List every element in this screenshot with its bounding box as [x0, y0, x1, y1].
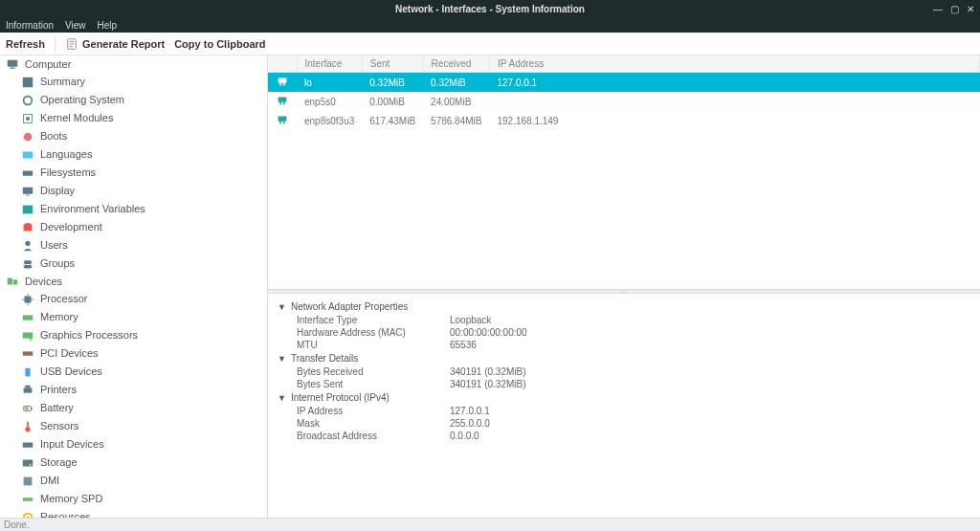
sidebar-item-languages[interactable]: Languages [0, 145, 267, 164]
table-row[interactable]: lo 0.32MiB 0.32MiB 127.0.0.1 [268, 73, 980, 93]
sidebar-item-operating-system[interactable]: Operating System [0, 91, 267, 109]
svg-rect-63 [279, 102, 281, 105]
os-icon [21, 94, 34, 107]
svg-rect-59 [278, 78, 287, 83]
sidebar[interactable]: ComputerSummaryOperating SystemKernel Mo… [0, 55, 268, 518]
sidebar-item-battery[interactable]: Battery [0, 399, 267, 417]
interface-table[interactable]: InterfaceSentReceivedIP Address lo 0.32M… [268, 55, 980, 130]
sidebar-item-development[interactable]: Development [0, 218, 267, 236]
cell-sent: 0.32MiB [362, 73, 423, 93]
sidebar-item-environment-variables[interactable]: Environment Variables [0, 200, 267, 218]
svg-rect-12 [23, 170, 33, 175]
detail-value: 0.0.0.0 [450, 431, 479, 441]
svg-rect-9 [26, 117, 30, 121]
sidebar-item-pci-devices[interactable]: PCI Devices [0, 344, 267, 363]
detail-group-header[interactable]: ▼Network Adapter Properties [278, 299, 970, 314]
menu-information[interactable]: Information [6, 20, 54, 31]
sidebar-item-processor[interactable]: Processor [0, 290, 267, 308]
sidebar-item-display[interactable]: Display [0, 182, 267, 200]
sidebar-item-boots[interactable]: Boots [0, 127, 267, 145]
svg-rect-15 [23, 205, 33, 213]
network-interface-icon [276, 75, 289, 88]
svg-point-7 [24, 96, 33, 104]
sidebar-item-label: Battery [40, 401, 74, 415]
sidebar-item-graphics-processors[interactable]: Graphics Processors [0, 326, 267, 344]
svg-rect-40 [23, 459, 33, 466]
disclosure-icon: ▼ [278, 393, 287, 403]
sidebar-item-label: Display [40, 184, 75, 198]
devices-icon [6, 275, 19, 288]
filesystems-icon [21, 166, 34, 180]
gpu-icon [21, 329, 34, 343]
svg-rect-64 [283, 102, 285, 105]
sidebar-item-groups[interactable]: Groups [0, 254, 267, 273]
sidebar-group-header[interactable]: Devices [0, 273, 267, 290]
table-header[interactable]: Interface [297, 55, 362, 73]
sidebar-item-memory-spd[interactable]: Memory SPD [0, 490, 267, 508]
users-icon [21, 239, 34, 253]
detail-key: IP Address [297, 406, 450, 416]
network-interface-icon [276, 94, 289, 107]
content: InterfaceSentReceivedIP Address lo 0.32M… [268, 55, 980, 518]
sidebar-item-dmi[interactable]: DMI [0, 472, 267, 490]
sidebar-item-input-devices[interactable]: Input Devices [0, 435, 267, 454]
usb-icon [21, 365, 34, 379]
sidebar-item-label: Operating System [40, 93, 124, 107]
detail-row: Broadcast Address0.0.0.0 [278, 430, 970, 442]
sidebar-item-resources[interactable]: Resources [0, 508, 267, 518]
sidebar-item-printers[interactable]: Printers [0, 381, 267, 399]
svg-rect-43 [23, 498, 33, 501]
sidebar-item-label: Groups [40, 256, 75, 271]
svg-rect-21 [13, 279, 17, 284]
sidebar-item-users[interactable]: Users [0, 236, 267, 254]
svg-rect-60 [279, 83, 281, 86]
sidebar-item-label: Boots [40, 129, 67, 144]
detail-row: Bytes Received340191 (0.32MiB) [278, 365, 970, 378]
sidebar-item-storage[interactable]: Storage [0, 454, 267, 472]
detail-key: Hardware Address (MAC) [297, 327, 450, 338]
detail-group-title: Internet Protocol (IPv4) [291, 392, 390, 403]
detail-value: 255.0.0.0 [450, 418, 490, 429]
refresh-button[interactable]: Refresh [6, 38, 45, 50]
sidebar-item-memory[interactable]: Memory [0, 308, 267, 326]
table-row[interactable]: enp5s0 0.00MiB 24.00MiB [268, 92, 980, 111]
sidebar-item-sensors[interactable]: Sensors [0, 417, 267, 435]
sidebar-group-header[interactable]: Computer [0, 55, 267, 73]
menu-help[interactable]: Help [98, 20, 118, 31]
svg-rect-31 [25, 367, 30, 376]
sidebar-item-label: Input Devices [40, 437, 104, 452]
sidebar-item-summary[interactable]: Summary [0, 73, 267, 91]
menu-view[interactable]: View [65, 20, 86, 31]
copy-clipboard-button[interactable]: Copy to Clipboard [174, 38, 265, 50]
sidebar-item-label: Languages [40, 147, 92, 162]
svg-point-16 [25, 240, 30, 245]
svg-rect-27 [23, 315, 33, 320]
development-icon [21, 221, 34, 234]
detail-group-header[interactable]: ▼Internet Protocol (IPv4) [278, 390, 970, 405]
titlebar: Network - Interfaces - System Informatio… [0, 0, 980, 17]
sidebar-item-filesystems[interactable]: Filesystems [0, 164, 267, 182]
generate-report-button[interactable]: Generate Report [65, 37, 165, 51]
sidebar-item-usb-devices[interactable]: USB Devices [0, 363, 267, 381]
kernel-icon [21, 112, 34, 125]
refresh-label: Refresh [6, 38, 45, 50]
cell-ip: 192.168.1.149 [489, 111, 979, 130]
status-text: Done. [4, 520, 30, 530]
svg-rect-14 [26, 194, 30, 195]
sidebar-item-label: Memory [40, 310, 78, 324]
table-header[interactable]: IP Address [489, 55, 979, 73]
detail-key: Broadcast Address [297, 431, 450, 441]
table-row[interactable]: enp8s0f3u3 617.43MiB 5786.84MiB 192.168.… [268, 111, 980, 130]
detail-group-header[interactable]: ▼Transfer Details [278, 351, 970, 365]
svg-point-18 [28, 260, 32, 264]
sidebar-group-label: Devices [25, 276, 62, 287]
sidebar-item-kernel-modules[interactable]: Kernel Modules [0, 109, 267, 127]
detail-row: Bytes Sent340191 (0.32MiB) [278, 378, 970, 390]
sidebar-group-label: Computer [25, 58, 71, 70]
cell-interface: enp8s0f3u3 [297, 111, 362, 130]
detail-value: 127.0.0.1 [450, 406, 490, 416]
table-header[interactable]: Received [423, 55, 489, 73]
table-header[interactable]: Sent [362, 55, 423, 73]
cell-ip: 127.0.0.1 [489, 73, 979, 93]
svg-rect-22 [25, 296, 32, 302]
